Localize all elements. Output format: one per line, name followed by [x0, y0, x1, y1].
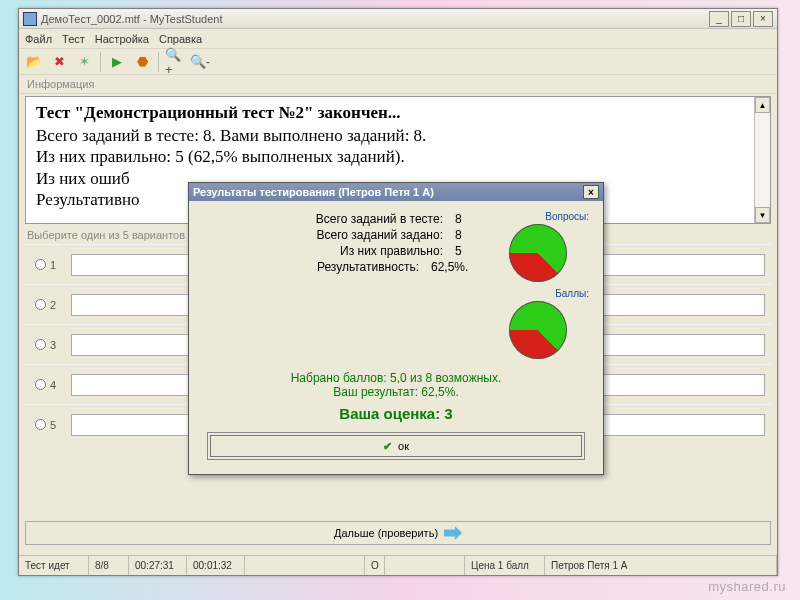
status-task-time: 00:01:32 — [187, 556, 245, 575]
watermark: myshared.ru — [708, 579, 786, 594]
score-summary: Набрано баллов: 5,0 из 8 возможных. Ваш … — [203, 371, 589, 399]
status-running: Тест идет — [19, 556, 89, 575]
score-line1: Набрано баллов: 5,0 из 8 возможных. — [203, 371, 589, 385]
zoom-out-icon[interactable]: 🔍- — [189, 51, 211, 73]
close-button[interactable]: × — [753, 11, 773, 27]
next-button[interactable]: Дальше (проверить) — [25, 521, 771, 545]
status-flag: О — [365, 556, 385, 575]
stat-label: Всего заданий задано: — [316, 228, 443, 242]
titlebar: ДемоТест_0002.mtf - MyTestStudent _ □ × — [19, 9, 777, 29]
status-price: Цена 1 балл — [465, 556, 545, 575]
next-label: Дальше (проверить) — [334, 527, 438, 539]
pie-questions — [509, 224, 567, 282]
ok-button[interactable]: ✔ ок — [210, 435, 582, 457]
toolbar: 📂 ✖ ✶ ▶ ⬣ 🔍+ 🔍- — [19, 49, 777, 75]
info-line: Из них правильно: 5 (62,5% выполненых за… — [36, 146, 760, 167]
choice-label: 4 — [50, 379, 56, 391]
scroll-up-icon[interactable]: ▲ — [755, 97, 770, 113]
check-icon: ✔ — [383, 440, 392, 453]
stat-label: Результативность: — [317, 260, 419, 274]
choice-label: 3 — [50, 339, 56, 351]
results-dialog: Результаты тестирования (Петров Петя 1 А… — [188, 182, 604, 475]
status-user: Петров Петя 1 А — [545, 556, 777, 575]
stat-value: 8 — [455, 228, 479, 242]
chart-label-points: Баллы: — [487, 288, 589, 299]
stop-icon[interactable]: ⬣ — [131, 51, 153, 73]
info-line: Всего заданий в тесте: 8. Вами выполнено… — [36, 125, 760, 146]
menu-help[interactable]: Справка — [159, 33, 202, 45]
choice-label: 2 — [50, 299, 56, 311]
menubar: Файл Тест Настройка Справка — [19, 29, 777, 49]
stat-value: 62,5%. — [431, 260, 479, 274]
menu-file[interactable]: Файл — [25, 33, 52, 45]
app-icon — [23, 12, 37, 26]
dialog-title: Результаты тестирования (Петров Петя 1 А… — [193, 186, 434, 198]
status-elapsed: 00:27:31 — [129, 556, 187, 575]
stat-label: Всего заданий в тесте: — [316, 212, 443, 226]
ok-label: ок — [398, 440, 409, 452]
info-section-label: Информация — [19, 75, 777, 94]
charts-block: Вопросы: Баллы: — [479, 211, 589, 365]
zoom-in-icon[interactable]: 🔍+ — [164, 51, 186, 73]
stat-label: Из них правильно: — [340, 244, 443, 258]
status-progress: 8/8 — [89, 556, 129, 575]
radio-4[interactable] — [35, 379, 46, 390]
dialog-titlebar: Результаты тестирования (Петров Петя 1 А… — [189, 183, 603, 201]
score-line2: Ваш результат: 62,5%. — [203, 385, 589, 399]
minimize-button[interactable]: _ — [709, 11, 729, 27]
pie-points — [509, 301, 567, 359]
choice-label: 5 — [50, 419, 56, 431]
radio-3[interactable] — [35, 339, 46, 350]
window-title: ДемоТест_0002.mtf - MyTestStudent — [41, 13, 222, 25]
chart-label-questions: Вопросы: — [487, 211, 589, 222]
tools-icon[interactable]: ✶ — [73, 51, 95, 73]
info-header: Тест "Демонстрационный тест №2" закончен… — [36, 103, 760, 123]
scroll-down-icon[interactable]: ▼ — [755, 207, 770, 223]
arrow-right-icon — [444, 526, 462, 540]
menu-settings[interactable]: Настройка — [95, 33, 149, 45]
statusbar: Тест идет 8/8 00:27:31 00:01:32 О Цена 1… — [19, 555, 777, 575]
play-icon[interactable]: ▶ — [106, 51, 128, 73]
info-scrollbar[interactable]: ▲ ▼ — [754, 97, 770, 223]
maximize-button[interactable]: □ — [731, 11, 751, 27]
stats-block: Всего заданий в тесте:8 Всего заданий за… — [203, 211, 479, 365]
grade: Ваша оценка: 3 — [203, 405, 589, 422]
dialog-close-button[interactable]: × — [583, 185, 599, 199]
open-icon[interactable]: 📂 — [23, 51, 45, 73]
radio-2[interactable] — [35, 299, 46, 310]
cancel-icon[interactable]: ✖ — [48, 51, 70, 73]
menu-test[interactable]: Тест — [62, 33, 85, 45]
choice-label: 1 — [50, 259, 56, 271]
radio-5[interactable] — [35, 419, 46, 430]
radio-1[interactable] — [35, 259, 46, 270]
stat-value: 5 — [455, 244, 479, 258]
stat-value: 8 — [455, 212, 479, 226]
